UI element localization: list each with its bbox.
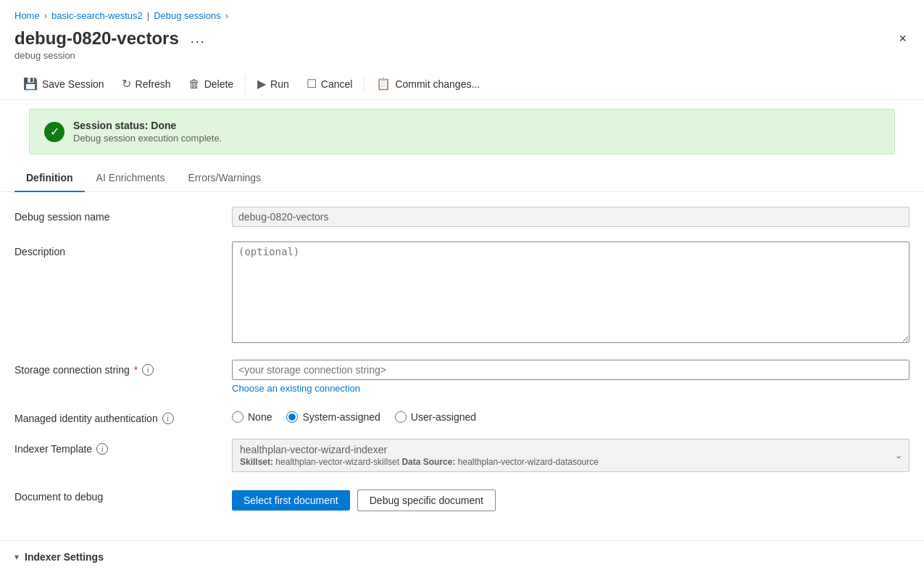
delete-button[interactable]: 🗑 Delete — [180, 73, 242, 95]
radio-none-input[interactable] — [232, 411, 244, 423]
managed-identity-label: Managed identity authentication i — [14, 408, 232, 424]
description-label: Description — [14, 241, 232, 257]
storage-info-icon[interactable]: i — [142, 364, 154, 376]
session-name-field — [232, 207, 910, 227]
indexer-info-icon[interactable]: i — [96, 443, 108, 455]
tabs: Definition AI Enrichments Errors/Warning… — [0, 165, 924, 192]
toolbar-separator-2 — [364, 75, 365, 93]
indexer-settings-section[interactable]: ▾ Indexer Settings — [0, 540, 924, 570]
breadcrumb-sep3: › — [225, 10, 228, 21]
breadcrumb-section[interactable]: Debug sessions — [154, 10, 221, 21]
document-debug-row: Document to debug Select first document … — [14, 487, 910, 511]
page-title: debug-0820-vectors ... — [14, 28, 210, 49]
status-title: Session status: Done — [73, 120, 222, 131]
radio-user-assigned-input[interactable] — [395, 411, 407, 423]
radio-system-assigned-label: System-assigned — [302, 411, 380, 423]
indexer-template-row: Indexer Template i healthplan-vector-wiz… — [14, 439, 910, 472]
description-field — [232, 241, 910, 345]
storage-input[interactable] — [232, 360, 910, 380]
breadcrumb: Home › basic-search-westus2 | Debug sess… — [0, 0, 924, 25]
save-icon: 💾 — [23, 77, 38, 91]
description-input[interactable] — [232, 241, 910, 343]
breadcrumb-sep1: › — [44, 10, 47, 21]
managed-identity-info-icon[interactable]: i — [162, 413, 174, 424]
run-label: Run — [270, 78, 289, 90]
debug-specific-document-button[interactable]: Debug specific document — [357, 490, 496, 511]
indexer-settings-title: Indexer Settings — [25, 551, 104, 563]
toolbar-separator — [245, 75, 246, 93]
breadcrumb-sep2: | — [147, 10, 149, 21]
radio-user-assigned-label: User-assigned — [411, 411, 476, 423]
ellipsis-button[interactable]: ... — [186, 30, 210, 48]
storage-required: * — [134, 364, 138, 376]
commit-label: Commit changes... — [395, 78, 480, 90]
dropdown-arrow-icon: ⌄ — [895, 450, 902, 460]
breadcrumb-home[interactable]: Home — [14, 10, 40, 21]
page-title-text: debug-0820-vectors — [14, 28, 179, 49]
indexer-template-label: Indexer Template i — [14, 439, 232, 455]
doc-to-debug-group: Select first document Debug specific doc… — [232, 487, 910, 511]
refresh-button[interactable]: ↻ Refresh — [113, 73, 180, 95]
tab-ai-enrichments[interactable]: AI Enrichments — [85, 165, 177, 192]
checkmark-icon: ✓ — [50, 125, 59, 139]
page-subtitle: debug session — [14, 50, 210, 61]
managed-identity-row: Managed identity authentication i None S… — [14, 408, 910, 424]
save-session-button[interactable]: 💾 Save Session — [14, 73, 113, 95]
refresh-label: Refresh — [136, 78, 171, 90]
session-name-row: Debug session name — [14, 207, 910, 227]
header-actions: × — [896, 28, 910, 49]
indexer-template-field: healthplan-vector-wizard-indexer Skillse… — [232, 439, 910, 472]
delete-label: Delete — [204, 78, 233, 90]
indexer-dropdown-display[interactable]: healthplan-vector-wizard-indexer Skillse… — [232, 439, 910, 472]
toolbar: 💾 Save Session ↻ Refresh 🗑 Delete ▶ Run … — [0, 68, 924, 100]
close-button[interactable]: × — [896, 28, 910, 49]
select-first-document-button[interactable]: Select first document — [232, 490, 350, 511]
session-name-label: Debug session name — [14, 207, 232, 223]
storage-field: Choose an existing connection — [232, 360, 910, 394]
indexer-sub-text: Skillset: healthplan-vector-wizard-skill… — [240, 457, 886, 467]
managed-identity-radio-group: None System-assigned User-assigned — [232, 408, 910, 423]
breadcrumb-service[interactable]: basic-search-westus2 — [51, 10, 143, 21]
radio-system-assigned[interactable]: System-assigned — [286, 411, 380, 423]
tab-definition[interactable]: Definition — [14, 165, 85, 192]
managed-identity-field: None System-assigned User-assigned — [232, 408, 910, 423]
storage-label: Storage connection string * i — [14, 360, 232, 376]
run-button[interactable]: ▶ Run — [249, 73, 298, 95]
document-debug-label: Document to debug — [14, 487, 232, 503]
radio-user-assigned[interactable]: User-assigned — [395, 411, 476, 423]
commit-button[interactable]: 📋 Commit changes... — [367, 73, 488, 95]
refresh-icon: ↻ — [122, 77, 131, 91]
document-debug-field: Select first document Debug specific doc… — [232, 487, 910, 511]
status-detail: Debug session execution complete. — [73, 133, 222, 144]
commit-icon: 📋 — [376, 77, 391, 91]
indexer-main-text: healthplan-vector-wizard-indexer — [240, 444, 886, 455]
save-label: Save Session — [42, 78, 104, 90]
radio-none[interactable]: None — [232, 411, 272, 423]
delete-icon: 🗑 — [188, 78, 200, 91]
storage-row: Storage connection string * i Choose an … — [14, 360, 910, 394]
radio-none-label: None — [248, 411, 272, 423]
collapse-icon: ▾ — [14, 552, 19, 562]
status-text-block: Session status: Done Debug session execu… — [73, 120, 222, 144]
run-icon: ▶ — [257, 77, 266, 91]
cancel-button[interactable]: ☐ Cancel — [298, 73, 362, 95]
cancel-label: Cancel — [321, 78, 353, 90]
cancel-icon: ☐ — [307, 77, 317, 91]
status-icon: ✓ — [44, 122, 64, 142]
indexer-dropdown[interactable]: healthplan-vector-wizard-indexer Skillse… — [232, 439, 910, 472]
status-banner: ✓ Session status: Done Debug session exe… — [29, 109, 895, 154]
radio-system-assigned-input[interactable] — [286, 411, 298, 423]
form-body: Debug session name Description Storage c… — [0, 192, 924, 540]
session-name-input[interactable] — [232, 207, 910, 227]
page-title-block: debug-0820-vectors ... debug session — [14, 28, 210, 61]
tab-errors-warnings[interactable]: Errors/Warnings — [176, 165, 272, 192]
choose-connection-link[interactable]: Choose an existing connection — [232, 383, 360, 394]
description-row: Description — [14, 241, 910, 345]
page-header: debug-0820-vectors ... debug session × — [0, 25, 924, 68]
